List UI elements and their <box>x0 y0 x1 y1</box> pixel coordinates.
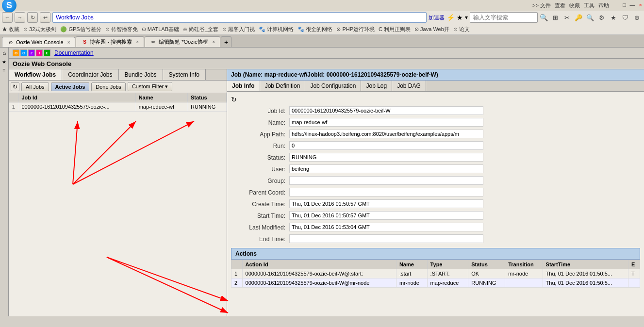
tab-close-oozie[interactable]: × <box>67 40 70 45</box>
close-button[interactable]: × <box>639 2 642 9</box>
detail-tab-job-definition[interactable]: Job Definition <box>260 81 306 91</box>
dropdown-icon[interactable]: ▾ <box>465 14 468 21</box>
col-header-num <box>9 93 18 102</box>
search-input[interactable] <box>470 12 538 23</box>
bookmark-icon[interactable]: ★ <box>2 59 6 65</box>
logo-box-3: Z <box>28 49 35 56</box>
action-starttime-1: Thu, 01 Dec 2016 01:50:5... <box>543 269 628 278</box>
nav-icon-7[interactable]: 🛡 <box>620 12 630 23</box>
detail-tab-job-dag[interactable]: Job DAG <box>392 81 426 91</box>
bookmark-network2[interactable]: 🐾 很全的网络 <box>297 26 332 33</box>
table-row[interactable]: 1 0000000-161201094325579-oozie-... map-… <box>9 102 227 112</box>
bookmark-matlab[interactable]: ⊙ MATLAB基础 <box>142 26 179 33</box>
bookmark-c[interactable]: C 利用正则表 <box>379 26 411 33</box>
filter-all-jobs[interactable]: All Jobs <box>21 82 49 91</box>
address-bar[interactable] <box>52 12 427 23</box>
tab-close-edit[interactable]: × <box>212 39 215 45</box>
refresh-button[interactable]: ↻ <box>27 12 38 23</box>
star-icon[interactable]: ★ <box>457 14 463 21</box>
field-label-last-modified: Last Modified: <box>231 223 289 232</box>
bookmark-shangguigu[interactable]: ⊙ 尚硅谷_全套 <box>183 26 218 33</box>
detail-refresh-button[interactable]: ↻ <box>231 96 237 103</box>
nav-icon-3[interactable]: 🔑 <box>573 12 584 23</box>
bookmark-paper[interactable]: ⊙ 论文 <box>453 26 470 33</box>
bookmark-java[interactable]: ⊙ Java Web开 <box>414 26 449 33</box>
nav-icon-4[interactable]: 🔍 <box>585 12 595 23</box>
tab-favicon-boke: S <box>81 39 88 46</box>
field-label-create-time: Create Time: <box>231 199 289 209</box>
nav-icon-5[interactable]: ⚙ <box>596 12 607 23</box>
bookmark-chuanzhi[interactable]: ⊙ 传智播客免 <box>105 26 138 33</box>
bookmark-gps[interactable]: 🟢 GPS信号差分 <box>60 26 101 33</box>
field-label-name: Name: <box>231 118 289 128</box>
parent-coord-input <box>289 188 483 196</box>
field-value-app-path <box>289 130 640 138</box>
actions-header: Actions <box>231 248 640 260</box>
menu-item-help[interactable]: 帮助 <box>598 2 609 9</box>
bookmark-network[interactable]: 🐾 计算机网络 <box>259 26 294 33</box>
tab-oozie[interactable]: ⊙ Oozie Web Console × <box>2 37 75 47</box>
bookmark-favorites[interactable]: ★ 收藏 <box>2 26 19 33</box>
bookmark-php[interactable]: ⊙ PHP运行环境 <box>336 26 375 33</box>
search-icon[interactable]: 🔍 <box>540 14 548 21</box>
menu-item-file[interactable]: >> 文件 <box>532 2 551 9</box>
action-id-2: 0000000-161201094325579-oozie-beif-W@mr-… <box>242 278 396 288</box>
tab-favicon-edit: ✏ <box>150 39 157 46</box>
action-type-1: :START: <box>427 269 468 278</box>
detail-tab-job-info[interactable]: Job Info <box>227 81 260 91</box>
menu-item-view[interactable]: 查看 <box>555 2 565 9</box>
nav-icon-1[interactable]: ⊞ <box>550 12 561 23</box>
actions-section: Actions Action Id Name Type Status <box>231 248 640 288</box>
nav-icon-8[interactable]: ⊕ <box>631 12 642 23</box>
group-input <box>289 176 483 185</box>
logo-box-5: E <box>44 49 50 56</box>
nav-bar: ← → ↻ ↩ 加速器 ⚡ ★ ▾ 🔍 ⊞ ✂ 🔑 🔍 ⚙ ★ 🛡 ⊕ <box>0 11 644 24</box>
field-label-run: Run: <box>231 141 289 151</box>
minimize-button[interactable]: — <box>630 2 635 9</box>
tab-close-boke[interactable]: × <box>136 39 139 45</box>
tab-workflow-jobs[interactable]: Workflow Jobs <box>9 69 62 80</box>
forward-button[interactable]: → <box>15 12 25 23</box>
sidebar-icon-1[interactable]: ≡ <box>3 67 6 73</box>
speed-dial-label: 加速器 <box>429 14 445 21</box>
action-row-2[interactable]: 2 0000000-161201094325579-oozie-beif-W@m… <box>231 278 640 288</box>
field-value-user <box>289 164 640 173</box>
documentation-link[interactable]: Documentation <box>54 49 94 56</box>
undo-button[interactable]: ↩ <box>40 12 50 23</box>
action-row-1[interactable]: 1 0000000-161201094325579-oozie-beif-W@:… <box>231 269 640 278</box>
tab-boke[interactable]: S 博客园 - 搜狗搜索 × <box>76 36 144 47</box>
status-input <box>289 153 483 162</box>
lightning-icon: ⚡ <box>446 14 455 21</box>
start-time-input <box>289 211 483 220</box>
filter-active-jobs[interactable]: Active Jobs <box>51 82 90 91</box>
menu-item-tools[interactable]: 工具 <box>584 2 594 9</box>
field-value-job-id <box>289 106 640 115</box>
tab-add-button[interactable]: + <box>221 36 231 47</box>
tab-bundle-jobs[interactable]: Bundle Jobs <box>119 69 163 80</box>
tab-system-info[interactable]: System Info <box>163 69 206 80</box>
bookmark-hacker[interactable]: ⊙ 黑客入门视 <box>222 26 255 33</box>
home-icon[interactable]: ⌂ <box>2 49 6 56</box>
filter-done-jobs[interactable]: Done Jobs <box>91 82 126 91</box>
detail-refresh-area: ↻ <box>231 96 640 103</box>
filter-custom[interactable]: Custom Filter ▾ <box>128 82 172 91</box>
back-button[interactable]: ← <box>2 12 13 23</box>
action-transition-2 <box>505 278 543 288</box>
run-input <box>289 141 483 150</box>
browser-logo: S <box>2 0 17 13</box>
job-id-cell-1: 0000000-161201094325579-oozie-... <box>18 102 135 112</box>
field-label-parent-coord: Parent Coord: <box>231 188 289 197</box>
nav-icon-2[interactable]: ✂ <box>561 12 572 23</box>
bookmark-taichi[interactable]: ⊙ 32式太极剑 <box>23 26 56 33</box>
job-id-input <box>289 106 483 115</box>
nav-icon-6[interactable]: ★ <box>608 12 619 23</box>
detail-tab-job-log[interactable]: Job Log <box>361 81 392 91</box>
filter-refresh-button[interactable]: ↻ <box>11 82 19 91</box>
action-e-1: T <box>628 269 640 278</box>
tab-coordinator-jobs[interactable]: Coordinator Jobs <box>62 69 118 80</box>
menu-item-favorites[interactable]: 收藏 <box>569 2 580 9</box>
tab-edit[interactable]: ✏ 编辑随笔 *Oozie协框 × <box>145 36 220 47</box>
oozie-title-bar: Oozie Web Console <box>9 59 644 69</box>
action-name-2: mr-node <box>396 278 427 288</box>
detail-tab-job-config[interactable]: Job Configuration <box>305 81 361 91</box>
